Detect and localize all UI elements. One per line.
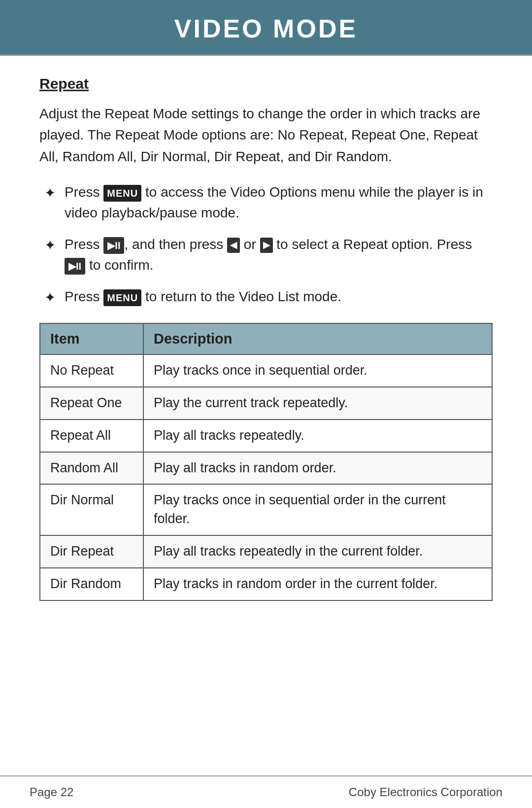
bullet-icon-2: ✦ (44, 235, 56, 256)
repeat-mode-table: Item Description No RepeatPlay tracks on… (39, 323, 493, 600)
table-row: Repeat OnePlay the current track repeate… (40, 387, 492, 420)
table-row: Dir NormalPlay tracks once in sequential… (40, 484, 492, 535)
bullet-list: ✦ Press MENU to access the Video Options… (39, 182, 493, 308)
table-cell-description: Play all tracks repeatedly in the curren… (143, 535, 492, 568)
page-title: VIDEO MODE (0, 14, 532, 43)
bullet-text-3: Press MENU to return to the Video List m… (65, 286, 493, 307)
intro-paragraph: Adjust the Repeat Mode settings to chang… (39, 103, 493, 167)
list-item: ✦ Press MENU to return to the Video List… (44, 286, 493, 308)
play-pause-key-2: ▶II (65, 258, 85, 275)
page-footer: Page 22 Coby Electronics Corporation (0, 775, 532, 808)
footer-page-number: Page 22 (30, 785, 73, 799)
bullet-icon-3: ✦ (44, 287, 56, 308)
table-cell-item: Random All (40, 452, 143, 485)
table-cell-item: Dir Random (40, 568, 143, 600)
menu-key-2: MENU (103, 289, 141, 306)
right-arrow-key: ▶ (260, 238, 273, 253)
table-cell-description: Play tracks in random order in the curre… (143, 568, 492, 600)
table-header-item: Item (40, 323, 143, 354)
page-header: VIDEO MODE (0, 0, 532, 56)
table-row: No RepeatPlay tracks once in sequential … (40, 354, 492, 387)
footer-company-name: Coby Electronics Corporation (349, 785, 502, 799)
table-cell-item: No Repeat (40, 354, 143, 387)
table-header-row: Item Description (40, 323, 492, 354)
menu-key-1: MENU (103, 185, 141, 202)
bullet-text-2: Press ▶II, and then press ◀ or ▶ to sele… (65, 234, 493, 276)
section-title: Repeat (39, 75, 493, 92)
table-row: Repeat AllPlay all tracks repeatedly. (40, 420, 492, 452)
table-cell-item: Dir Normal (40, 484, 143, 535)
bullet-icon-1: ✦ (44, 183, 56, 204)
table-row: Random AllPlay all tracks in random orde… (40, 452, 492, 485)
table-cell-description: Play the current track repeatedly. (143, 387, 492, 420)
table-cell-description: Play all tracks repeatedly. (143, 420, 492, 452)
table-row: Dir RepeatPlay all tracks repeatedly in … (40, 535, 492, 568)
table-row: Dir RandomPlay tracks in random order in… (40, 568, 492, 600)
bullet-text-1: Press MENU to access the Video Options m… (65, 182, 493, 223)
table-cell-item: Repeat One (40, 387, 143, 420)
list-item: ✦ Press MENU to access the Video Options… (44, 182, 493, 223)
table-cell-item: Repeat All (40, 420, 143, 452)
table-header-description: Description (143, 323, 492, 354)
page-content: Repeat Adjust the Repeat Mode settings t… (0, 56, 532, 775)
table-cell-description: Play tracks once in sequential order in … (143, 484, 492, 535)
list-item: ✦ Press ▶II, and then press ◀ or ▶ to se… (44, 234, 493, 276)
table-cell-item: Dir Repeat (40, 535, 143, 568)
left-arrow-key: ◀ (227, 238, 240, 253)
play-pause-key-1: ▶II (103, 237, 124, 254)
table-cell-description: Play all tracks in random order. (143, 452, 492, 485)
table-cell-description: Play tracks once in sequential order. (143, 354, 492, 387)
